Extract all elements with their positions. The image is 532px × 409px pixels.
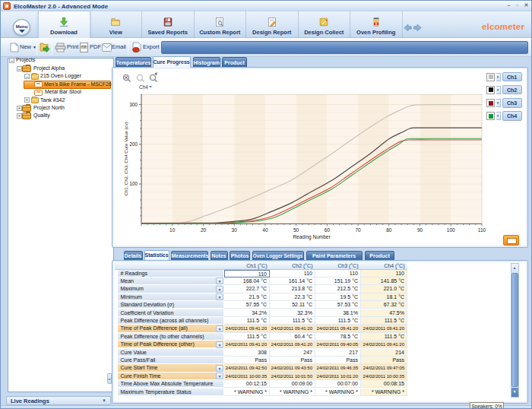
svg-text:200: 200 <box>129 141 138 147</box>
svg-text:60: 60 <box>325 227 331 233</box>
svg-text:30: 30 <box>232 227 238 233</box>
svg-text:Reading Number: Reading Number <box>293 234 331 240</box>
svg-text:40: 40 <box>262 227 268 233</box>
svg-text:80: 80 <box>386 227 392 233</box>
svg-text:300: 300 <box>129 102 138 107</box>
svg-text:20: 20 <box>201 227 207 233</box>
svg-text:Ch1, Ch2, Ch3, Ch4 Cure Value: Ch1, Ch2, Ch3, Ch4 Cure Value (cv) <box>124 122 128 196</box>
svg-text:10: 10 <box>169 227 176 233</box>
svg-text:50: 50 <box>293 227 299 233</box>
svg-text:70: 70 <box>355 227 361 233</box>
svg-text:100: 100 <box>129 181 138 186</box>
svg-text:PDF: PDF <box>81 46 86 49</box>
svg-text:Ch4: Ch4 <box>139 84 148 90</box>
svg-text:90: 90 <box>417 227 423 233</box>
svg-text:110: 110 <box>478 227 486 233</box>
svg-text:100: 100 <box>447 227 455 233</box>
